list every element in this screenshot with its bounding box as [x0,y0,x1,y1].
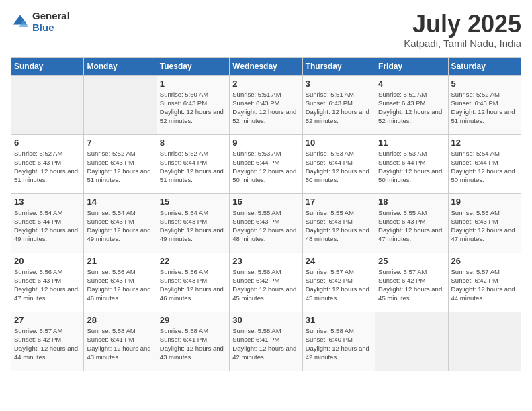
week-row-2: 6Sunrise: 5:52 AM Sunset: 6:43 PM Daylig… [11,134,521,193]
day-number: 1 [160,79,226,89]
day-cell: 6Sunrise: 5:52 AM Sunset: 6:43 PM Daylig… [11,134,84,193]
day-cell: 24Sunrise: 5:57 AM Sunset: 6:42 PM Dayli… [302,253,375,312]
day-number: 19 [451,197,518,207]
day-number: 24 [306,256,372,266]
day-cell: 9Sunrise: 5:53 AM Sunset: 6:44 PM Daylig… [230,134,302,193]
week-row-4: 20Sunrise: 5:56 AM Sunset: 6:43 PM Dayli… [11,253,521,312]
day-cell: 11Sunrise: 5:53 AM Sunset: 6:44 PM Dayli… [375,134,448,193]
day-number: 25 [378,256,445,266]
day-number: 3 [306,79,372,89]
day-cell: 20Sunrise: 5:56 AM Sunset: 6:43 PM Dayli… [11,253,84,312]
day-info: Sunrise: 5:52 AM Sunset: 6:44 PM Dayligh… [160,149,226,185]
day-cell: 30Sunrise: 5:58 AM Sunset: 6:41 PM Dayli… [230,312,302,371]
day-number: 11 [378,138,445,148]
day-number: 31 [306,315,372,325]
location: Katpadi, Tamil Nadu, India [404,38,521,49]
day-cell: 13Sunrise: 5:54 AM Sunset: 6:44 PM Dayli… [11,193,84,253]
week-row-1: 1Sunrise: 5:50 AM Sunset: 6:43 PM Daylig… [11,75,521,134]
logo-blue: Blue [32,22,70,34]
day-cell: 29Sunrise: 5:58 AM Sunset: 6:41 PM Dayli… [157,312,229,371]
header-friday: Friday [375,57,448,75]
day-cell: 31Sunrise: 5:58 AM Sunset: 6:40 PM Dayli… [302,312,375,371]
day-info: Sunrise: 5:55 AM Sunset: 6:43 PM Dayligh… [378,208,445,244]
day-number: 28 [87,315,153,325]
day-number: 22 [160,256,226,266]
day-number: 8 [160,138,226,148]
day-cell: 19Sunrise: 5:55 AM Sunset: 6:43 PM Dayli… [448,193,521,253]
calendar-header-row: SundayMondayTuesdayWednesdayThursdayFrid… [11,57,521,75]
day-info: Sunrise: 5:56 AM Sunset: 6:42 PM Dayligh… [232,267,299,303]
logo: General Blue [11,11,70,33]
day-cell: 3Sunrise: 5:51 AM Sunset: 6:43 PM Daylig… [302,75,375,134]
day-number: 18 [378,197,445,207]
day-info: Sunrise: 5:58 AM Sunset: 6:40 PM Dayligh… [306,326,372,362]
day-cell: 2Sunrise: 5:51 AM Sunset: 6:43 PM Daylig… [230,75,302,134]
day-cell: 12Sunrise: 5:54 AM Sunset: 6:44 PM Dayli… [448,134,521,193]
week-row-3: 13Sunrise: 5:54 AM Sunset: 6:44 PM Dayli… [11,193,521,253]
day-info: Sunrise: 5:57 AM Sunset: 6:42 PM Dayligh… [306,267,372,303]
header-tuesday: Tuesday [157,57,229,75]
day-info: Sunrise: 5:56 AM Sunset: 6:43 PM Dayligh… [160,267,226,303]
day-info: Sunrise: 5:54 AM Sunset: 6:44 PM Dayligh… [451,149,518,185]
day-number: 12 [451,138,518,148]
day-cell: 1Sunrise: 5:50 AM Sunset: 6:43 PM Daylig… [157,75,229,134]
day-number: 10 [306,138,372,148]
day-info: Sunrise: 5:55 AM Sunset: 6:43 PM Dayligh… [451,208,518,244]
day-number: 30 [232,315,299,325]
day-info: Sunrise: 5:53 AM Sunset: 6:44 PM Dayligh… [232,149,299,185]
day-info: Sunrise: 5:58 AM Sunset: 6:41 PM Dayligh… [87,326,153,362]
day-cell: 25Sunrise: 5:57 AM Sunset: 6:42 PM Dayli… [375,253,448,312]
day-cell: 5Sunrise: 5:52 AM Sunset: 6:43 PM Daylig… [448,75,521,134]
day-cell: 10Sunrise: 5:53 AM Sunset: 6:44 PM Dayli… [302,134,375,193]
day-cell [11,75,84,134]
day-info: Sunrise: 5:55 AM Sunset: 6:43 PM Dayligh… [232,208,299,244]
day-info: Sunrise: 5:54 AM Sunset: 6:44 PM Dayligh… [14,208,81,244]
day-info: Sunrise: 5:53 AM Sunset: 6:44 PM Dayligh… [378,149,445,185]
day-cell: 23Sunrise: 5:56 AM Sunset: 6:42 PM Dayli… [230,253,302,312]
logo-icon [11,13,30,32]
day-info: Sunrise: 5:50 AM Sunset: 6:43 PM Dayligh… [160,90,226,126]
day-cell: 17Sunrise: 5:55 AM Sunset: 6:43 PM Dayli… [302,193,375,253]
day-number: 2 [232,79,299,89]
calendar-table: SundayMondayTuesdayWednesdayThursdayFrid… [11,57,521,371]
day-number: 14 [87,197,153,207]
day-cell: 7Sunrise: 5:52 AM Sunset: 6:43 PM Daylig… [84,134,157,193]
day-number: 9 [232,138,299,148]
day-info: Sunrise: 5:53 AM Sunset: 6:44 PM Dayligh… [306,149,372,185]
day-cell: 26Sunrise: 5:57 AM Sunset: 6:42 PM Dayli… [448,253,521,312]
day-number: 20 [14,256,81,266]
week-row-5: 27Sunrise: 5:57 AM Sunset: 6:42 PM Dayli… [11,312,521,371]
day-number: 15 [160,197,226,207]
day-info: Sunrise: 5:52 AM Sunset: 6:43 PM Dayligh… [14,149,81,185]
day-number: 23 [232,256,299,266]
day-info: Sunrise: 5:51 AM Sunset: 6:43 PM Dayligh… [378,90,445,126]
day-number: 6 [14,138,81,148]
day-number: 5 [451,79,518,89]
day-number: 16 [232,197,299,207]
day-info: Sunrise: 5:56 AM Sunset: 6:43 PM Dayligh… [14,267,81,303]
day-info: Sunrise: 5:57 AM Sunset: 6:42 PM Dayligh… [14,326,81,362]
day-info: Sunrise: 5:52 AM Sunset: 6:43 PM Dayligh… [451,90,518,126]
day-cell: 22Sunrise: 5:56 AM Sunset: 6:43 PM Dayli… [157,253,229,312]
day-cell: 18Sunrise: 5:55 AM Sunset: 6:43 PM Dayli… [375,193,448,253]
title-block: July 2025 Katpadi, Tamil Nadu, India [404,11,521,49]
day-info: Sunrise: 5:56 AM Sunset: 6:43 PM Dayligh… [87,267,153,303]
day-number: 26 [451,256,518,266]
header-thursday: Thursday [302,57,375,75]
day-cell: 8Sunrise: 5:52 AM Sunset: 6:44 PM Daylig… [157,134,229,193]
day-number: 7 [87,138,153,148]
day-cell [375,312,448,371]
day-cell: 14Sunrise: 5:54 AM Sunset: 6:43 PM Dayli… [84,193,157,253]
day-info: Sunrise: 5:51 AM Sunset: 6:43 PM Dayligh… [232,90,299,126]
day-info: Sunrise: 5:54 AM Sunset: 6:43 PM Dayligh… [87,208,153,244]
day-number: 17 [306,197,372,207]
day-cell: 16Sunrise: 5:55 AM Sunset: 6:43 PM Dayli… [230,193,302,253]
header-sunday: Sunday [11,57,84,75]
day-info: Sunrise: 5:51 AM Sunset: 6:43 PM Dayligh… [306,90,372,126]
day-cell [84,75,157,134]
day-cell [448,312,521,371]
day-number: 27 [14,315,81,325]
day-number: 29 [160,315,226,325]
day-cell: 15Sunrise: 5:54 AM Sunset: 6:43 PM Dayli… [157,193,229,253]
month-title: July 2025 [404,11,521,38]
